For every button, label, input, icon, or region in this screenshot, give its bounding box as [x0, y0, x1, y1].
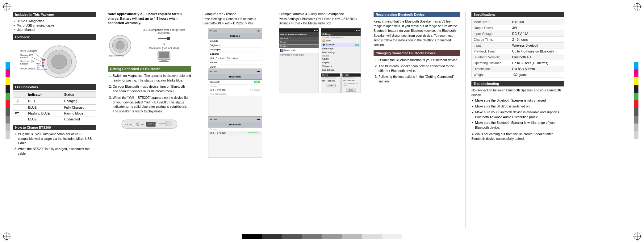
- changing-step-3: Following the instructions in the "Getti…: [378, 74, 460, 83]
- android-scan-area: ▲●■ Settings Wireless and network 📶Wi-Fi…: [321, 28, 361, 93]
- led-indicator-1: RED: [26, 98, 62, 105]
- led-row-4: BLUE Connected: [13, 116, 96, 122]
- led-row-1: ⚡ RED Charging: [13, 98, 96, 105]
- column-5: Reconnecting Bluetooth Device Keep in mi…: [370, 12, 463, 85]
- ios-screenshot: 9:41 AM●●● Settings Sounds Brightness Wa…: [208, 28, 262, 158]
- bottom-color-strip: [0, 234, 644, 243]
- svg-line-23: [31, 63, 42, 64]
- android-example-title: Example: Android 4.3 Jelly Bean Smartpho…: [279, 12, 362, 16]
- spec-value-input: Wireless Bluetooth: [510, 43, 564, 48]
- charging-diagram: DC in BT OFF ON USB Compatible Wall char…: [108, 28, 191, 63]
- ios-screen-3: 9:41 AM●●● Bluetooth Devices Ye!! – BTS2…: [208, 116, 262, 135]
- charge-header: How to Charge BTS200: [13, 125, 96, 130]
- spec-value-model: BTS200: [510, 19, 564, 25]
- spec-value-playback: Up to 4-5 hours on Bluetooth: [510, 48, 564, 54]
- changing-step-2: The Bluetooth Speaker can now be connect…: [378, 64, 460, 73]
- specs-table: Model No.: BTS200 Output Power: 3W Input…: [471, 19, 564, 78]
- led-status-4: Connected: [62, 116, 96, 122]
- spec-value-dimensions: Dia 85 x 50 mm: [510, 66, 564, 72]
- svg-text:DC in: DC in: [125, 123, 132, 126]
- svg-text:indicator: indicator: [20, 57, 28, 59]
- android-settings: ▲●■ Settings Wireless and network 📶Wi-Fi…: [321, 28, 361, 72]
- charge-step-1: Plug the BTS200 into your computer or US…: [18, 132, 96, 145]
- reg-mark-bl: [2, 232, 11, 241]
- spec-label-bt-version: Bluetooth Version:: [472, 54, 510, 60]
- android-bt-screens: GT-I9300 Available devices Ye!! – BTS200…: [321, 73, 361, 93]
- led-status-2: Fully Charged: [62, 105, 96, 111]
- column-1: Included In This Package BTS200 Magnetic…: [13, 12, 99, 157]
- led-col-status: Status: [62, 92, 96, 98]
- svg-point-43: [136, 123, 139, 126]
- reconnect-header: Reconnecting Bluetooth Device: [374, 12, 460, 17]
- spec-label-input: Input:: [472, 43, 510, 48]
- spec-value-bt-version: Bluetooth 4.1: [510, 54, 564, 60]
- troubleshoot-item-2: Make sure the BTS200 is switched on.: [471, 104, 564, 109]
- spec-row-voltage: Input Voltage: DC 5V / 1A: [472, 31, 564, 37]
- svg-text:On/Off Switch: On/Off Switch: [20, 67, 35, 70]
- charge-note: Note: Approximately 2 – 3 hours required…: [108, 12, 191, 25]
- spec-row-model: Model No.: BTS200: [472, 19, 564, 25]
- led-header: LED Indicators: [13, 84, 96, 90]
- svg-rect-36: [167, 37, 170, 40]
- color-bars-left: [6, 62, 10, 139]
- svg-rect-40: [159, 61, 169, 62]
- led-status-3: Pairing Mode: [62, 111, 96, 116]
- spec-value-output: 3W: [510, 25, 564, 31]
- column-2: Note: Approximately 2 – 3 hours required…: [105, 12, 194, 131]
- led-symbol-2: [13, 105, 26, 111]
- svg-text:Charging LED: Charging LED: [20, 54, 33, 57]
- included-item-1: BTS200 Magnetica: [13, 19, 96, 23]
- led-indicator-4: BLUE: [26, 116, 62, 122]
- troubleshoot-items: Make sure the Bluetooth Speaker is fully…: [471, 98, 564, 130]
- led-symbol-4: [13, 116, 26, 122]
- column-6: Specifications Model No.: BTS200 Output …: [468, 12, 564, 142]
- android-bt-scan-2: GT-I9300 Paired devices Ye!! – BTS200 Co…: [341, 73, 361, 93]
- spec-row-output: Output Power: 3W: [472, 25, 564, 31]
- svg-rect-39: [161, 60, 167, 61]
- audio-issue-text: Audio is not coming out from the Bluetoo…: [471, 132, 564, 141]
- spec-value-distance: Up to 33 feet (10 metres): [510, 60, 564, 66]
- svg-text:BT: BT: [141, 123, 144, 126]
- changing-steps: Disable the Bluetooth function of your B…: [374, 58, 460, 83]
- divider-1: [102, 12, 102, 228]
- spec-value-weight: 132 grams: [510, 72, 564, 78]
- spec-label-dimensions: Dimensions:: [472, 66, 510, 72]
- overview-diagram: OFF ON DC in BT Micro-USB port Charging …: [19, 42, 96, 82]
- svg-rect-38: [159, 52, 169, 58]
- ios-screen-2: 9:41 AM●●● Bluetooth Bluetooth ON Device…: [208, 69, 262, 96]
- svg-text:Bluetooth LED: Bluetooth LED: [20, 60, 34, 62]
- svg-text:DC in  BT  OFF ON: DC in BT OFF ON: [109, 55, 124, 57]
- getting-connected-steps: Switch on Magnetica. The speaker is disc…: [108, 73, 191, 114]
- included-list: BTS200 Magnetica Micro USB charging cabl…: [13, 19, 96, 32]
- svg-text:OFF ON: OFF ON: [40, 69, 47, 70]
- reconnect-text: Keep in mind that the Bluetooth Speaker …: [374, 19, 460, 47]
- troubleshoot-item-3: Make sure your Bluetooth device is avail…: [471, 110, 564, 120]
- troubleshoot-item-1: Make sure the Bluetooth Speaker is fully…: [471, 98, 564, 103]
- led-status-1: Charging: [62, 98, 96, 105]
- step-2: On your Bluetooth music device, turn on …: [113, 84, 191, 93]
- troubleshoot-item-4: Make sure the Bluetooth Speaker is withi…: [471, 120, 564, 130]
- spec-label-output: Output Power:: [472, 25, 510, 31]
- spec-value-voltage: DC 5V / 1A: [510, 31, 564, 37]
- troubleshoot-header: Troubleshooting: [471, 81, 564, 86]
- speaker-controls-diagram: DC in BT OFF ON: [108, 117, 191, 131]
- svg-text:OFF  ON: OFF ON: [148, 123, 156, 125]
- divider-5: [466, 12, 466, 228]
- led-indicator-2: BLUE: [26, 105, 62, 111]
- spec-row-input: Input: Wireless Bluetooth: [472, 43, 564, 48]
- led-row-2: BLUE Fully Charged: [13, 105, 96, 111]
- charge-steps-list: Plug the BTS200 into your computer or US…: [13, 132, 96, 156]
- spec-row-playback: Playback Time: Up to 4-5 hours on Blueto…: [472, 48, 564, 54]
- troubleshoot-main: No connection between Bluetooth Speaker …: [471, 88, 564, 97]
- led-col-indicator: Indicator: [26, 92, 62, 98]
- led-symbol-3: BT: [13, 111, 26, 116]
- spec-row-charge: Charge Time: 2 - 3 hours: [472, 37, 564, 43]
- changing-header: Changing Connected Bluetooth Device: [374, 50, 460, 56]
- svg-point-17: [42, 65, 44, 67]
- spec-label-voltage: Input Voltage:: [472, 31, 510, 37]
- spec-label-model: Model No.:: [472, 19, 510, 25]
- android-bt-scan-1: GT-I9300 Available devices Ye!! – BTS200…: [321, 73, 341, 93]
- svg-point-49: [167, 121, 172, 126]
- spec-label-distance: Operating Distance:: [472, 60, 510, 66]
- spec-row-weight: Weight: 132 grams: [472, 72, 564, 78]
